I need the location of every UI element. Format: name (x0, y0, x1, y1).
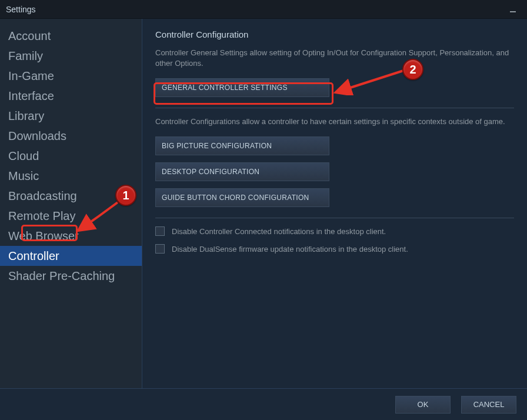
main-panel: Controller Configuration Controller Gene… (142, 19, 527, 388)
footer: OK CANCEL (0, 388, 527, 420)
cancel-button[interactable]: CANCEL (461, 396, 516, 414)
sidebar-item-label: Shader Pre-Caching (8, 269, 115, 282)
button-label: BIG PICTURE CONFIGURATION (162, 142, 272, 150)
button-label: GENERAL CONTROLLER SETTINGS (162, 84, 288, 92)
sidebar-item-downloads[interactable]: Downloads (0, 126, 142, 146)
sidebar-item-label: Library (8, 109, 44, 122)
divider (155, 218, 514, 218)
checkbox-label: Disable DualSense firmware update notifi… (172, 245, 408, 254)
sidebar-item-family[interactable]: Family (0, 46, 142, 66)
ok-button[interactable]: OK (395, 396, 451, 414)
sidebar-item-cloud[interactable]: Cloud (0, 146, 142, 166)
guide-button-chord-configuration-button[interactable]: GUIDE BUTTON CHORD CONFIGURATION (155, 188, 329, 207)
sidebar-item-label: Controller (8, 249, 59, 262)
button-label: CANCEL (473, 400, 505, 409)
button-label: DESKTOP CONFIGURATION (162, 168, 259, 176)
button-label: GUIDE BUTTON CHORD CONFIGURATION (162, 194, 309, 202)
sidebar-item-label: In-Game (8, 69, 54, 82)
window-title: Settings (6, 5, 505, 14)
sidebar-item-label: Music (8, 169, 39, 182)
sidebar-item-music[interactable]: Music (0, 166, 142, 186)
disable-dualsense-firmware-checkbox[interactable]: Disable DualSense firmware update notifi… (155, 244, 514, 254)
general-settings-desc: Controller General Settings allow settin… (155, 48, 514, 69)
window-body: Account Family In-Game Interface Library… (0, 19, 527, 388)
sidebar-item-label: Web Browser (8, 229, 79, 242)
sidebar-item-label: Cloud (8, 149, 39, 162)
sidebar-item-label: Interface (8, 89, 54, 102)
sidebar-item-label: Account (8, 29, 51, 42)
checkbox-box[interactable] (155, 226, 165, 236)
checkbox-label: Disable Controller Connected notificatio… (172, 227, 386, 236)
checkbox-box[interactable] (155, 244, 165, 254)
sidebar-item-shader-pre-caching[interactable]: Shader Pre-Caching (0, 266, 142, 286)
sidebar-item-interface[interactable]: Interface (0, 86, 142, 106)
divider (155, 108, 514, 108)
sidebar-item-library[interactable]: Library (0, 106, 142, 126)
minimize-button[interactable] (505, 4, 521, 15)
sidebar-item-web-browser[interactable]: Web Browser (0, 226, 142, 246)
sidebar: Account Family In-Game Interface Library… (0, 19, 142, 388)
big-picture-configuration-button[interactable]: BIG PICTURE CONFIGURATION (155, 136, 329, 155)
desktop-configuration-button[interactable]: DESKTOP CONFIGURATION (155, 162, 329, 181)
configurations-desc: Controller Configurations allow a contro… (155, 116, 514, 127)
sidebar-item-controller[interactable]: Controller (0, 246, 142, 266)
sidebar-item-label: Remote Play (8, 209, 76, 222)
sidebar-item-label: Broadcasting (8, 189, 77, 202)
sidebar-item-remote-play[interactable]: Remote Play (0, 206, 142, 226)
button-label: OK (418, 400, 429, 409)
sidebar-item-account[interactable]: Account (0, 26, 142, 46)
sidebar-item-in-game[interactable]: In-Game (0, 66, 142, 86)
titlebar: Settings (0, 0, 527, 19)
window-controls (505, 4, 521, 15)
sidebar-item-broadcasting[interactable]: Broadcasting (0, 186, 142, 206)
section-heading: Controller Configuration (155, 29, 514, 39)
settings-window: Settings Account Family In-Game Interfac… (0, 0, 527, 420)
general-controller-settings-button[interactable]: GENERAL CONTROLLER SETTINGS (155, 78, 329, 97)
sidebar-item-label: Downloads (8, 129, 66, 142)
disable-controller-connected-checkbox[interactable]: Disable Controller Connected notificatio… (155, 226, 514, 236)
sidebar-item-label: Family (8, 49, 43, 62)
